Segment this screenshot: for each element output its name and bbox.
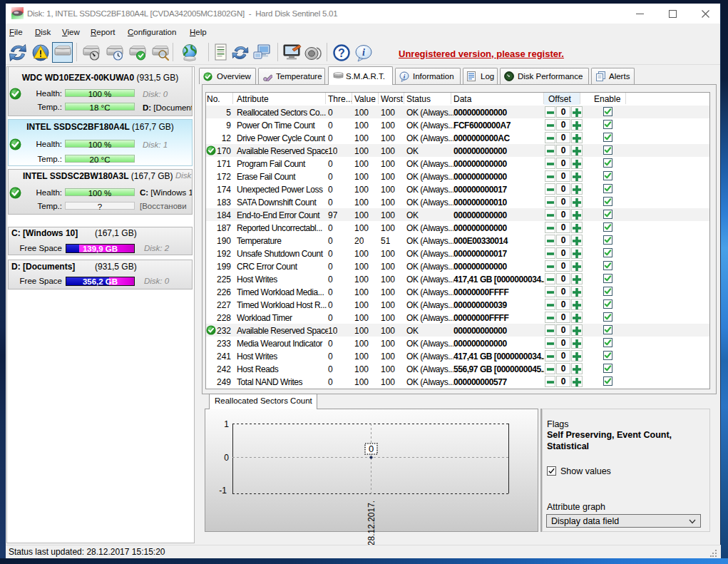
svg-text:i: i xyxy=(362,47,365,58)
svg-text:?: ? xyxy=(338,47,345,59)
svg-text:0: 0 xyxy=(369,443,374,454)
